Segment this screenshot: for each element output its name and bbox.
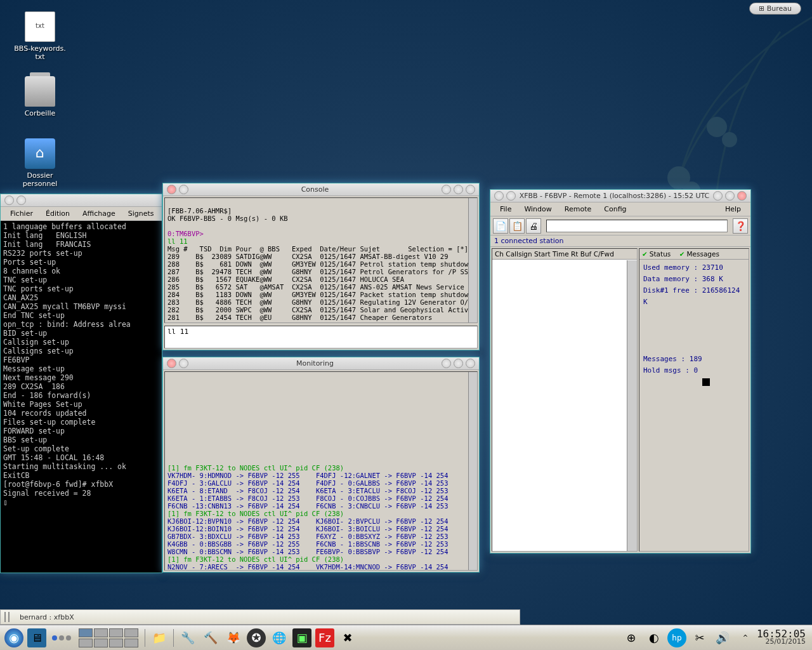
menu-help[interactable]: Help xyxy=(719,203,747,215)
xfbb-icon[interactable]: ✖ xyxy=(338,628,357,647)
monitor-line: K6ETA - 1:ETABBS -> F8COJ -12 253 F8COJ … xyxy=(167,494,475,502)
window-title: Monitoring xyxy=(190,359,440,368)
menu-config[interactable]: Config xyxy=(598,203,632,215)
titlebar[interactable]: XFBB - F6BVP - Remote 1 (localhost:3286)… xyxy=(490,190,750,202)
workspace-thumb[interactable] xyxy=(94,628,108,637)
window-menu-icon[interactable] xyxy=(16,196,26,205)
toolbar-btn-2[interactable]: 📋 xyxy=(509,218,525,234)
settings-icon[interactable]: 🔧 xyxy=(178,628,197,647)
workspace-thumb[interactable] xyxy=(79,628,93,637)
grip-icon[interactable] xyxy=(4,612,10,622)
firefox-icon[interactable]: 🦊 xyxy=(224,628,243,647)
scrollbar[interactable] xyxy=(468,198,477,322)
workspace-switcher[interactable] xyxy=(79,628,138,647)
window-list-bar: bernard : xfbbX xyxy=(0,609,520,625)
shade-icon[interactable] xyxy=(179,359,188,368)
minimize-icon[interactable] xyxy=(442,359,451,368)
console-output[interactable]: [FBB-7.06-AHMR$] OK F6BVP-BBS - 0 Msg(s)… xyxy=(164,197,478,323)
sticky-icon[interactable] xyxy=(506,191,516,201)
desktop-icon-trash[interactable]: Corbeille xyxy=(11,76,69,117)
station-list: Ch Callsign Start Time Rt Buf C/Fwd xyxy=(492,248,638,552)
help-icon[interactable]: ❓ xyxy=(733,218,748,234)
close-icon[interactable] xyxy=(466,359,475,368)
workspace-thumb[interactable] xyxy=(124,628,138,637)
separator xyxy=(145,629,145,647)
tray-generic-icon[interactable]: ⊕ xyxy=(622,628,641,647)
monitor-line: [1] fm F3KT-12 to NODES ctl UI^ pid CF (… xyxy=(167,464,475,472)
shade-icon[interactable] xyxy=(179,185,188,194)
minimize-icon[interactable] xyxy=(442,185,451,194)
show-desktop-icon[interactable]: 🖥 xyxy=(27,628,46,647)
checkbox-checked-icon[interactable]: ✔ xyxy=(642,250,648,258)
clock[interactable]: 16:52:05 25/01/2015 xyxy=(757,630,809,646)
start-menu-icon[interactable]: ◉ xyxy=(4,628,23,647)
menubar: File Window Remote Config Help xyxy=(490,202,750,216)
terminal-output[interactable]: 1 language buffers allocated Init lang E… xyxy=(1,221,162,573)
scrollbar[interactable] xyxy=(468,372,477,570)
menu-file[interactable]: Fichier xyxy=(4,208,39,220)
pager-dot[interactable] xyxy=(52,635,57,640)
monitor-line: K4GBB - 0:BBSGBB -> F6BVP -12 255 F6CNB … xyxy=(167,540,475,548)
window-menu-icon[interactable] xyxy=(494,191,504,201)
svg-point-0 xyxy=(667,166,690,189)
pager-dot[interactable] xyxy=(59,635,64,640)
menu-window[interactable]: Window xyxy=(518,203,557,215)
file-manager-icon[interactable]: 📁 xyxy=(150,628,169,647)
maximize-icon[interactable] xyxy=(454,359,463,368)
app-icon[interactable]: ✪ xyxy=(247,628,266,647)
hp-icon[interactable]: hp xyxy=(667,628,686,647)
checkbox-checked-icon[interactable]: ✔ xyxy=(679,250,685,258)
scissors-icon[interactable]: ✂ xyxy=(690,628,709,647)
titlebar[interactable] xyxy=(1,194,162,207)
titlebar[interactable]: Monitoring xyxy=(163,357,479,370)
terminal-icon[interactable]: ▣ xyxy=(292,628,311,647)
tray-caret-icon[interactable]: ^ xyxy=(736,628,755,647)
menu-remote[interactable]: Remote xyxy=(559,203,597,215)
workspace-thumb[interactable] xyxy=(124,639,138,647)
menu-bookmarks[interactable]: Signets xyxy=(122,208,160,220)
monitor-output[interactable]: [1] fm F3KT-12 to NODES ctl UI^ pid CF (… xyxy=(164,371,478,571)
maximize-icon[interactable] xyxy=(725,191,735,201)
toolbar-input[interactable] xyxy=(546,220,728,232)
column-header: ✔Status ✔Messages xyxy=(639,249,749,260)
close-icon[interactable] xyxy=(167,185,176,194)
filezilla-icon[interactable]: Fz xyxy=(315,628,334,647)
menu-view[interactable]: Affichage xyxy=(77,208,121,220)
globe-icon[interactable]: 🌐 xyxy=(270,628,289,647)
workspace-thumb[interactable] xyxy=(79,639,93,647)
menu-file[interactable]: File xyxy=(494,203,517,215)
titlebar[interactable]: Console xyxy=(163,183,479,196)
monitor-line: F4DFJ - 3:GALCLU -> F6BVP -14 254 F4DFJ … xyxy=(167,479,475,487)
monitor-line: W8CMN - 0:BBSCMN -> F6BVP -14 253 FE6BVP… xyxy=(167,548,475,555)
close-icon[interactable] xyxy=(167,359,176,368)
trash-icon xyxy=(25,76,55,107)
workspace-thumb[interactable] xyxy=(94,639,108,647)
menu-edit[interactable]: Édition xyxy=(40,208,75,220)
toolbar-btn-1[interactable]: 📄 xyxy=(493,218,508,234)
volume-icon[interactable]: 🔊 xyxy=(713,628,732,647)
workspace-thumb[interactable] xyxy=(109,628,123,637)
desktop-icon-home[interactable]: Dossier personnel xyxy=(11,138,69,188)
pager[interactable] xyxy=(52,635,71,640)
tray-generic-icon[interactable]: ◐ xyxy=(645,628,664,647)
desktop-icon-bbs-keywords[interactable]: BBS-keywords. txt xyxy=(11,11,69,61)
workspace-indicator[interactable]: Bureau xyxy=(749,3,801,15)
maximize-icon[interactable] xyxy=(454,185,463,194)
toolbar-btn-3[interactable]: 🖨 xyxy=(526,218,541,234)
window-list-entry[interactable]: bernard : xfbbX xyxy=(15,612,79,623)
console-input[interactable]: ll 11 xyxy=(164,326,478,348)
scrollbar[interactable] xyxy=(627,260,637,551)
terminal-window: Fichier Édition Affichage Signets 1 lang… xyxy=(0,194,162,573)
tools-icon[interactable]: 🔨 xyxy=(201,628,220,647)
minimize-icon[interactable] xyxy=(713,191,723,201)
workspace-thumb[interactable] xyxy=(109,639,123,647)
pager-dot[interactable] xyxy=(66,635,71,640)
msg-row: 280 B$ 1718 SWPC @WW CX2SA 0125/1647 Sol… xyxy=(167,321,440,323)
file-txt-icon xyxy=(25,11,55,42)
close-icon[interactable] xyxy=(466,185,475,194)
close-icon[interactable] xyxy=(737,191,747,201)
xfbb-window: XFBB - F6BVP - Remote 1 (localhost:3286)… xyxy=(490,189,751,554)
monitor-line: F6CNB -13:CNBN13 -> F6BVP -14 254 F6CNB … xyxy=(167,502,475,510)
monitoring-window: Monitoring [1] fm F3KT-12 to NODES ctl U… xyxy=(162,357,480,573)
window-menu-icon[interactable] xyxy=(4,196,14,205)
